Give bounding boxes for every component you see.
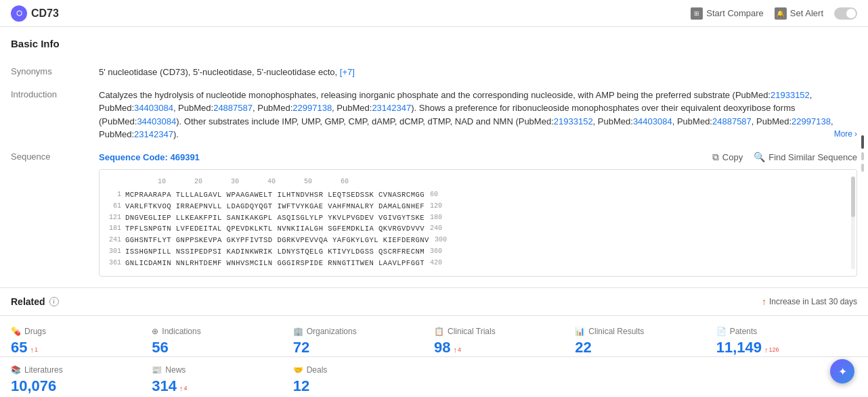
sequence-row: Sequence Sequence Code: 469391 ⧉ Copy 🔍 … bbox=[11, 151, 857, 277]
app-logo: ⬡ CD73 bbox=[11, 5, 59, 22]
clinical-results-label: 📊 Clinical Results bbox=[575, 327, 716, 336]
sequence-box: 10 20 30 40 50 60 1MCPRAARAPA TLLLALGAVL… bbox=[99, 169, 857, 277]
table-row: 181TPFLSNPGTN LVFEDEITAL QPEVDKLKTL NVNK… bbox=[106, 223, 850, 235]
pubmed-link-11[interactable]: 23142347 bbox=[134, 129, 173, 139]
related-trend: ↑ Increase in Last 30 days bbox=[762, 296, 857, 307]
pubmed-link-10[interactable]: 22997138 bbox=[791, 116, 831, 126]
introduction-value: Catalyzes the hydrolysis of nucleotide m… bbox=[99, 89, 857, 141]
page-dot bbox=[861, 164, 864, 172]
introduction-more-link[interactable]: More bbox=[834, 128, 857, 140]
stat-literatures[interactable]: 📚 Literatures 10,076 bbox=[11, 365, 152, 395]
basic-info-title: Basic Info bbox=[11, 38, 857, 55]
organizations-value: 72 bbox=[293, 339, 434, 356]
stat-clinical-results[interactable]: 📊 Clinical Results 22 bbox=[575, 327, 716, 356]
introduction-label: Introduction bbox=[11, 89, 99, 99]
sequence-label: Sequence bbox=[11, 151, 99, 162]
header: ⬡ CD73 ⊞ Start Compare 🔔 Set Alert bbox=[0, 0, 868, 27]
scrollbar-thumb[interactable] bbox=[851, 177, 855, 217]
patents-label: 📄 Patents bbox=[716, 327, 857, 336]
pubmed-link-5[interactable]: 23142347 bbox=[372, 103, 411, 113]
stat-clinical-trials[interactable]: 📋 Clinical Trials 98 ↑4 bbox=[434, 327, 575, 356]
trial-icon: 📋 bbox=[434, 327, 444, 336]
literatures-label: 📚 Literatures bbox=[11, 365, 152, 375]
sequence-scale: 10 20 30 40 50 60 bbox=[106, 177, 850, 187]
stat-deals[interactable]: 🤝 Deals 12 bbox=[293, 365, 434, 395]
related-header: Related i ↑ Increase in Last 30 days bbox=[0, 287, 868, 316]
deals-label: 🤝 Deals bbox=[293, 365, 434, 375]
pubmed-link-1[interactable]: 21933152 bbox=[771, 90, 810, 100]
clinical-results-value: 22 bbox=[575, 339, 716, 356]
related-title: Related i bbox=[11, 296, 59, 307]
alert-toggle[interactable] bbox=[834, 7, 857, 20]
app-title: CD73 bbox=[31, 7, 59, 20]
table-row: 361GNLICDAMIN NNLRHTDEMF WNHVSMCILN GGGI… bbox=[106, 258, 850, 269]
patents-value: 11,149 ↑126 bbox=[716, 339, 857, 356]
synonyms-row: Synonyms 5' nucleotidase (CD73), 5'-nucl… bbox=[11, 66, 857, 79]
pubmed-link-4[interactable]: 22997138 bbox=[292, 103, 332, 113]
synonyms-value: 5' nucleotidase (CD73), 5'-nucleotidase,… bbox=[99, 66, 857, 79]
indication-icon: ⊕ bbox=[152, 327, 158, 336]
deals-value: 12 bbox=[293, 377, 434, 395]
clinical-trials-badge: ↑4 bbox=[453, 346, 461, 354]
stats-grid-row2: 📚 Literatures 10,076 📰 News 314 ↑4 🤝 Dea… bbox=[0, 357, 868, 397]
sequence-code-link[interactable]: Sequence Code: 469391 bbox=[99, 151, 200, 164]
synonyms-label: Synonyms bbox=[11, 66, 99, 76]
page-indicator bbox=[861, 135, 864, 172]
indications-value: 56 bbox=[152, 339, 292, 356]
patents-badge: ↑126 bbox=[764, 346, 779, 354]
compare-icon: ⊞ bbox=[691, 7, 703, 20]
sequence-scrollbar[interactable] bbox=[851, 177, 855, 269]
start-compare-button[interactable]: ⊞ Start Compare bbox=[691, 7, 764, 20]
synonyms-more-link[interactable]: [+7] bbox=[340, 67, 355, 77]
float-icon: ✦ bbox=[838, 365, 847, 378]
drugs-value: 65 ↑1 bbox=[11, 339, 152, 356]
logo-icon: ⬡ bbox=[11, 5, 27, 22]
related-info-icon[interactable]: i bbox=[49, 297, 59, 306]
sequence-header: Sequence Code: 469391 ⧉ Copy 🔍 Find Simi… bbox=[99, 151, 857, 164]
drugs-badge: ↑1 bbox=[30, 346, 38, 354]
table-row: 61VARLFTKVOQ IRRAEPNVLL LDAGDQYQGT IWFTV… bbox=[106, 201, 850, 212]
trend-up-icon: ↑ bbox=[762, 296, 766, 307]
sequence-value: Sequence Code: 469391 ⧉ Copy 🔍 Find Simi… bbox=[99, 151, 857, 277]
pubmed-link-7[interactable]: 21933152 bbox=[554, 116, 593, 126]
float-action-button[interactable]: ✦ bbox=[830, 359, 854, 383]
literatures-value: 10,076 bbox=[11, 377, 152, 395]
find-similar-icon: 🔍 bbox=[754, 151, 765, 162]
set-alert-button[interactable]: 🔔 Set Alert bbox=[775, 7, 823, 20]
table-row: 241GGHSNTFLYT GNPPSKEVPA GKYPFIVTSD DGRK… bbox=[106, 235, 850, 246]
deals-icon: 🤝 bbox=[293, 365, 303, 375]
stat-news[interactable]: 📰 News 314 ↑4 bbox=[152, 365, 292, 395]
clinical-trials-label: 📋 Clinical Trials bbox=[434, 327, 575, 336]
pubmed-link-2[interactable]: 34403084 bbox=[134, 103, 173, 113]
pubmed-link-9[interactable]: 24887587 bbox=[712, 116, 752, 126]
indications-label: ⊕ Indications bbox=[152, 327, 292, 336]
patent-icon: 📄 bbox=[716, 327, 726, 336]
stat-organizations[interactable]: 🏢 Organizations 72 bbox=[293, 327, 434, 356]
organizations-label: 🏢 Organizations bbox=[293, 327, 434, 336]
stat-patents[interactable]: 📄 Patents 11,149 ↑126 bbox=[716, 327, 857, 356]
table-row: 121DNGVEGLIEP LLKEAKFPIL SANIKAKGPL ASQI… bbox=[106, 212, 850, 224]
pubmed-link-3[interactable]: 24887587 bbox=[213, 103, 253, 113]
pubmed-link-8[interactable]: 34403084 bbox=[633, 116, 672, 126]
news-icon: 📰 bbox=[152, 365, 162, 375]
news-badge: ↑4 bbox=[179, 384, 188, 392]
org-icon: 🏢 bbox=[293, 327, 303, 336]
pubmed-link-6[interactable]: 34403084 bbox=[137, 116, 176, 126]
news-label: 📰 News bbox=[152, 365, 292, 375]
lit-icon: 📚 bbox=[11, 365, 21, 375]
table-row: 301ISSHGNPILL NSSIPEDPSI KADINKWRIK LDNY… bbox=[106, 246, 850, 258]
page-dot bbox=[861, 152, 864, 160]
stat-indications[interactable]: ⊕ Indications 56 bbox=[152, 327, 292, 356]
clinical-trials-value: 98 ↑4 bbox=[434, 339, 575, 356]
alert-icon: 🔔 bbox=[775, 7, 787, 20]
page-dot-active bbox=[861, 135, 864, 149]
main-content: Basic Info Synonyms 5' nucleotidase (CD7… bbox=[0, 27, 868, 277]
pill-icon: 💊 bbox=[11, 327, 21, 336]
find-similar-button[interactable]: 🔍 Find Similar Sequence bbox=[754, 151, 857, 162]
news-value: 314 ↑4 bbox=[152, 377, 292, 395]
drugs-label: 💊 Drugs bbox=[11, 327, 152, 336]
stat-drugs[interactable]: 💊 Drugs 65 ↑1 bbox=[11, 327, 152, 356]
result-icon: 📊 bbox=[575, 327, 585, 336]
copy-button[interactable]: ⧉ Copy bbox=[712, 151, 743, 163]
table-row: 1MCPRAARAPA TLLLALGAVL WPAAGAWELT ILHTND… bbox=[106, 189, 850, 201]
